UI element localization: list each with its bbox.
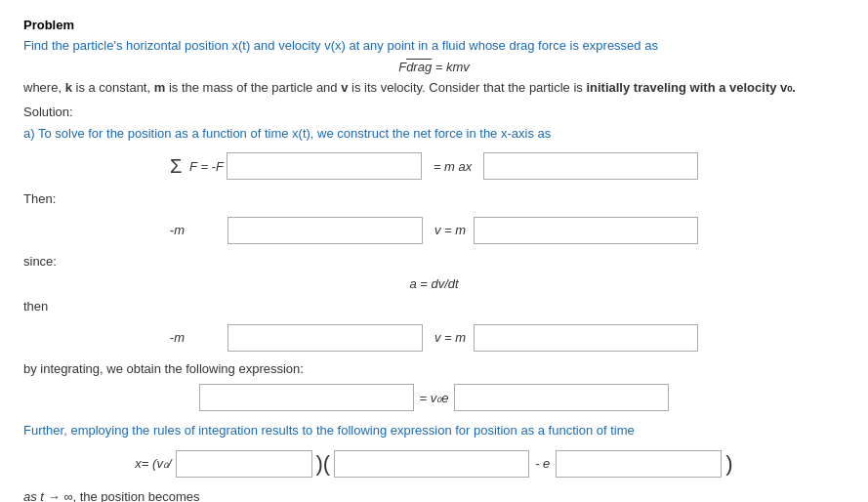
pos-input-3[interactable] bbox=[556, 450, 722, 478]
solution-label: Solution: bbox=[23, 103, 845, 122]
neg-m-1: -m bbox=[170, 223, 185, 237]
as-t-text: as t → ∞, the position becomes bbox=[23, 487, 845, 503]
neg-e-label: - e bbox=[535, 456, 550, 471]
then2-label: then bbox=[23, 297, 845, 316]
then-input-1[interactable] bbox=[227, 217, 423, 244]
v0e-label: = v₀e bbox=[420, 391, 449, 405]
further-text: Further, employing the rules of integrat… bbox=[23, 421, 845, 440]
v-eq-m-2: v = m bbox=[434, 330, 466, 345]
position-eq-row: x= (v₀/ )( - e ) bbox=[23, 450, 845, 478]
fdrag-label: Fdrag = kmv bbox=[398, 60, 470, 74]
part-a-label: a) To solve for the position as a functi… bbox=[23, 124, 845, 144]
sigma-icon: Σ bbox=[170, 155, 182, 178]
v0e-input-left[interactable] bbox=[199, 384, 414, 411]
pos-input-1[interactable] bbox=[176, 450, 312, 478]
v-eq-m-1: v = m bbox=[434, 223, 466, 237]
x-eq-v0-label: x= (v₀/ bbox=[135, 456, 171, 471]
v0e-input-right[interactable] bbox=[454, 384, 669, 411]
then-equation-row: -m v = m bbox=[23, 217, 845, 244]
equals-m-ax: = m ax bbox=[422, 159, 483, 174]
v0e-row: = v₀e bbox=[23, 384, 845, 411]
a-dv-dt: a = dv/dt bbox=[23, 276, 845, 291]
m-ax-input[interactable] bbox=[483, 152, 698, 180]
then2-input-2[interactable] bbox=[474, 324, 698, 352]
sum-force-row: Σ F = -F = m ax bbox=[23, 152, 845, 180]
neg-m-2: -m bbox=[170, 330, 185, 345]
pos-input-2[interactable] bbox=[334, 450, 529, 478]
then2-input-1[interactable] bbox=[227, 324, 423, 352]
close-paren-2: ) bbox=[725, 453, 732, 475]
then-label: Then: bbox=[23, 189, 845, 209]
sum-f-label: F = -F bbox=[186, 159, 227, 174]
intro-text: Find the particle's horizontal position … bbox=[23, 38, 658, 53]
since-label: since: bbox=[23, 252, 845, 272]
then2-equation-row: -m v = m bbox=[23, 324, 845, 352]
integrating-text: by integrating, we obtain the following … bbox=[23, 359, 845, 379]
intro-line: Find the particle's horizontal position … bbox=[23, 36, 845, 56]
where-text: where, k is a constant, m is the mass of… bbox=[23, 78, 845, 98]
center-equation: Fdrag = kmv bbox=[23, 60, 845, 74]
sum-f-input[interactable] bbox=[227, 152, 422, 180]
problem-title: Problem bbox=[23, 18, 845, 32]
close-paren-1: )( bbox=[316, 453, 331, 475]
then-input-2[interactable] bbox=[474, 217, 698, 244]
